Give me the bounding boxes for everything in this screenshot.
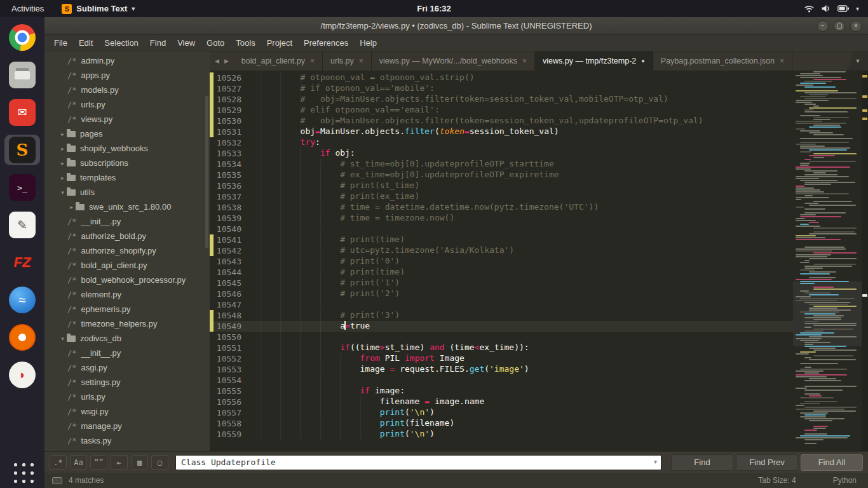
code-line[interactable]: 10530# obj=MainUser.objects.filter(token…	[210, 116, 793, 126]
find-all-button[interactable]: Find All	[801, 454, 863, 471]
sidebar-scrollbar[interactable]	[205, 96, 208, 248]
code-line[interactable]: 10526# otponon_val = otponon_val.strip()	[210, 72, 793, 83]
code-line[interactable]: 10529# elif otponon_val=='email':	[210, 105, 793, 116]
sidebar-item-tasks-py[interactable]: /*tasks.py	[44, 433, 210, 448]
code-line[interactable]: 10539# time = timezone.now()	[210, 213, 793, 224]
sidebar-item--init-py[interactable]: /*__init__.py	[44, 214, 210, 229]
dock-item-mail[interactable]: ✉	[4, 97, 40, 128]
code-line[interactable]: 10538# time = datetime.datetime.now(pytz…	[210, 202, 793, 213]
sidebar-item-apps-py[interactable]: /*apps.py	[44, 68, 210, 83]
code-line[interactable]: 10528# obj=MainUser.objects.filter(token…	[210, 94, 793, 105]
dock-item-printer[interactable]	[4, 60, 40, 90]
sidebar-item-bold-webhook-processor-py[interactable]: /*bold_webhook_processor.py	[44, 273, 210, 287]
tab-views-py-mywork-bold-webhooks[interactable]: views.py — MyWork/.../bold_webhooks×	[372, 51, 535, 71]
code-line[interactable]: 10554	[210, 375, 793, 386]
dock-item-sublime-text[interactable]: S	[4, 135, 40, 165]
close-button[interactable]: ×	[850, 20, 862, 32]
code-line[interactable]: 10533if obj:	[210, 148, 793, 159]
tab-paybag-postman-collection-json[interactable]: Paybag.postman_collection.json×	[653, 51, 792, 71]
dock-item-terminal[interactable]: >_	[4, 172, 40, 203]
code-line[interactable]: 10534# st_time=obj[0].updateprofileOTP_s…	[210, 159, 793, 170]
code-line[interactable]: 10551if((time>st_time) and (time<ex_time…	[210, 342, 793, 353]
maximize-button[interactable]: ▢	[834, 20, 845, 32]
menu-view[interactable]: View	[172, 35, 201, 51]
sidebar-item-subscriptions[interactable]: ▸subscriptions	[44, 156, 210, 170]
code-line[interactable]: 10549a=true	[210, 321, 793, 332]
menu-tools[interactable]: Tools	[230, 35, 261, 51]
regex-toggle[interactable]: .*	[50, 455, 67, 470]
dock-item-chrome[interactable]	[4, 22, 40, 53]
tab-scroll-left-icon[interactable]: ◀	[213, 57, 221, 65]
code-line[interactable]: 10531obj=MainUser.objects.filter(token=s…	[210, 126, 793, 137]
menu-find[interactable]: Find	[144, 35, 172, 51]
code-line[interactable]: 10556filename = image.name	[210, 396, 793, 407]
wrap-toggle[interactable]: ⇤	[111, 455, 128, 470]
menu-file[interactable]: File	[48, 35, 73, 51]
code-line[interactable]: 10557print('\n')	[210, 407, 793, 418]
sidebar-item-manage-py[interactable]: /*manage.py	[44, 419, 210, 433]
code-line[interactable]: 10553image = request.FILES.get('image')	[210, 364, 793, 375]
code-line[interactable]: 10536# print(st_time)	[210, 180, 793, 191]
tab-size-indicator[interactable]: Tab Size: 4	[758, 476, 796, 485]
tab-overflow-button[interactable]: ▼	[848, 51, 868, 71]
dock-item-app-grid[interactable]	[4, 454, 40, 484]
find-button[interactable]: Find	[671, 454, 733, 471]
sidebar-item-settings-py[interactable]: /*settings.py	[44, 375, 210, 390]
find-input[interactable]	[175, 455, 661, 470]
tab-close-icon[interactable]: ×	[780, 57, 784, 65]
menu-selection[interactable]: Selection	[98, 35, 144, 51]
in-selection-toggle[interactable]: ▦	[131, 455, 148, 470]
code-line[interactable]: 10558print(filename)	[210, 418, 793, 429]
system-tray[interactable]: ▾	[804, 4, 868, 13]
tab-dirty-icon[interactable]: ●	[641, 58, 644, 64]
dock-item-orange-app[interactable]	[4, 322, 40, 353]
sidebar-item-ephemeris-py[interactable]: /*ephemeris.py	[44, 302, 210, 316]
find-history-dropdown-icon[interactable]: ▾	[654, 458, 657, 465]
code-line[interactable]: 10546# print('2')	[210, 288, 793, 299]
scrollbar-strip[interactable]	[862, 71, 868, 451]
code-line[interactable]: 10541# print(time)	[210, 234, 793, 245]
whole-word-toggle[interactable]: “”	[90, 455, 107, 470]
sidebar-item-zodivcs-db[interactable]: ▾zodivcs_db	[44, 331, 210, 346]
sidebar-item-templates[interactable]: ▸templates	[44, 170, 210, 185]
sidebar-item-views-py[interactable]: /*views.py	[44, 112, 210, 126]
menu-project[interactable]: Project	[261, 35, 298, 51]
code-line[interactable]: 10532try:	[210, 137, 793, 148]
menu-edit[interactable]: Edit	[73, 35, 98, 51]
sidebar-item-authorize-bold-py[interactable]: /*authorize_bold.py	[44, 229, 210, 243]
code-line[interactable]: 10535# ex_time=obj[0].updateprofileOTP_e…	[210, 170, 793, 180]
window-title-bar[interactable]: /tmp/fz3temp-2/views.py • (zodivcs_db) -…	[44, 17, 868, 35]
case-sensitive-toggle[interactable]: Aa	[70, 455, 87, 470]
minimap[interactable]	[793, 71, 862, 451]
code-line[interactable]: 10527# if otponon_val=='mobile':	[210, 83, 793, 94]
code-line[interactable]: 10548# print('3')	[210, 310, 793, 321]
code-line[interactable]: 10550	[210, 332, 793, 342]
code-line[interactable]: 10547	[210, 299, 793, 310]
code-line[interactable]: 10559print('\n')	[210, 429, 793, 440]
find-prev-button[interactable]: Find Prev	[736, 454, 798, 471]
code-line[interactable]: 10545# print('1')	[210, 278, 793, 288]
sidebar-item-pages[interactable]: ▸pages	[44, 126, 210, 141]
sidebar-item-element-py[interactable]: /*element.py	[44, 287, 210, 302]
sidebar-item-admin-py[interactable]: /*admin.py	[44, 53, 210, 68]
syntax-indicator[interactable]: Python	[833, 476, 857, 485]
sidebar-item-asgi-py[interactable]: /*asgi.py	[44, 360, 210, 375]
code-line[interactable]: 10555if image:	[210, 386, 793, 396]
dock-item-white-app[interactable]: ◗	[4, 360, 40, 390]
code-line[interactable]: 10540	[210, 224, 793, 234]
sidebar-item-models-py[interactable]: /*models.py	[44, 83, 210, 97]
sidebar-item-urls-py[interactable]: /*urls.py	[44, 97, 210, 112]
tab-close-icon[interactable]: ×	[310, 57, 315, 65]
minimize-button[interactable]: −	[817, 20, 829, 32]
tab-scroll-right-icon[interactable]: ▶	[222, 57, 231, 65]
code-line[interactable]: 10552from PIL import Image	[210, 353, 793, 364]
code-line[interactable]: 10542# utc=pytz.timezone('Asia/Kolkata')	[210, 245, 793, 256]
sidebar-item-utils[interactable]: ▾utils	[44, 185, 210, 200]
tab-close-icon[interactable]: ×	[522, 57, 527, 65]
sidebar-item-authorize-shopify-py[interactable]: /*authorize_shopify.py	[44, 243, 210, 258]
sidebar-item-bold-api-client-py[interactable]: /*bold_api_client.py	[44, 258, 210, 273]
tab-close-icon[interactable]: ×	[359, 57, 363, 65]
focused-app-menu[interactable]: S Sublime Text ▾	[55, 0, 141, 17]
menu-help[interactable]: Help	[354, 35, 383, 51]
code-line[interactable]: 10537# print(ex_time)	[210, 191, 793, 202]
